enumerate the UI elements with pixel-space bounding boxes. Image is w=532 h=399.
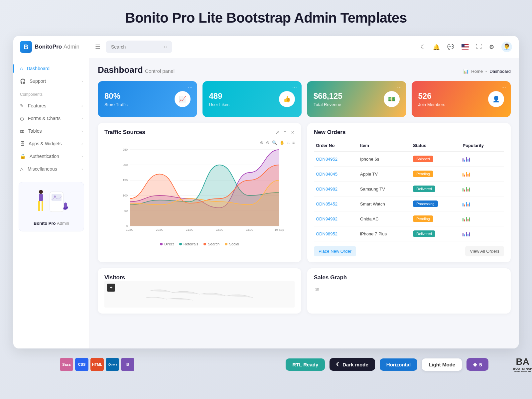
stat-card[interactable]: ⋯489User Likes👍: [202, 81, 302, 117]
order-link[interactable]: ODN84845: [316, 172, 337, 177]
panel-title: Visitors: [104, 274, 295, 281]
sparkline: [463, 186, 502, 192]
page-header: DashboardControl panel 📊 Home - Dashboar…: [98, 65, 511, 75]
home-icon: ⌂: [20, 66, 23, 71]
order-link[interactable]: ODN85452: [316, 201, 337, 206]
more-icon[interactable]: ⋯: [501, 85, 506, 90]
flag-icon[interactable]: [462, 44, 469, 50]
breadcrumb-current: Dashboard: [489, 69, 511, 74]
legend-item[interactable]: Direct: [160, 242, 174, 246]
sidebar-item-authentication[interactable]: 🔒Authentication›: [13, 150, 89, 163]
svg-rect-4: [39, 194, 43, 201]
status-badge: Pending: [413, 171, 433, 177]
table-row[interactable]: ODN85452Smart WatchProcessing: [314, 197, 504, 211]
zoom-out-icon[interactable]: ⊖: [266, 140, 269, 145]
chevron-right-icon: ›: [81, 142, 83, 146]
sidebar-item-tables[interactable]: ▦Tables›: [13, 125, 89, 137]
order-link[interactable]: ODN84982: [316, 187, 337, 192]
menu-icon[interactable]: ≡: [292, 140, 295, 145]
more-icon[interactable]: ⋯: [188, 85, 193, 90]
close-icon[interactable]: ✕: [291, 130, 295, 135]
legend-item[interactable]: Social: [225, 242, 239, 246]
logo-text: BonitoPro Admin: [35, 44, 79, 50]
fullscreen-icon[interactable]: ⛶: [476, 44, 482, 50]
promo-card[interactable]: Bonito Pro Admin: [19, 182, 84, 231]
settings-icon[interactable]: ⚙: [489, 44, 494, 51]
sidebar-item-dashboard[interactable]: ⌂Dashboard: [13, 62, 89, 75]
more-icon[interactable]: ⋯: [292, 85, 297, 90]
collapse-icon[interactable]: ⌃: [283, 130, 287, 135]
item-name: Onida AC: [358, 211, 411, 226]
chevron-right-icon: ›: [81, 167, 83, 171]
light-mode-badge[interactable]: Light Mode: [422, 358, 462, 371]
sidebar-item-apps-widgets[interactable]: 🗄Apps & Widgets›: [13, 137, 89, 150]
topbar: B BonitoPro Admin ☰ ○ ☾ 🔔 💬 ⛶ ⚙ 👨‍💼: [13, 36, 519, 58]
sidebar-item-forms-charts[interactable]: ◷Forms & Charts›: [13, 112, 89, 125]
item-name: Samsung TV: [358, 182, 411, 197]
table-row[interactable]: ODN84982Samsung TVDelivered: [314, 182, 504, 197]
table-row[interactable]: ODN98952iPhone 7 PlusDelivered: [314, 226, 504, 241]
svg-text:20:00: 20:00: [156, 228, 164, 231]
chart-toolbar: ⊕ ⊖ 🔍 ✋ ⌂ ≡: [104, 140, 295, 145]
legend-dot: [179, 243, 182, 245]
sidebar-item-features[interactable]: ✎Features›: [13, 99, 89, 112]
logo[interactable]: B BonitoPro Admin: [20, 41, 90, 53]
svg-text:150: 150: [123, 179, 128, 182]
legend-label: Search: [208, 242, 219, 246]
topbar-actions: ☾ 🔔 💬 ⛶ ⚙ 👨‍💼: [421, 42, 512, 52]
search-box[interactable]: ○: [106, 41, 172, 53]
pan-icon[interactable]: ✋: [280, 140, 285, 145]
stat-card[interactable]: ⋯80%Store Traffic📈: [98, 81, 197, 117]
rtl-badge[interactable]: RTL Ready: [286, 358, 325, 371]
table-row[interactable]: ODN94992Onida ACPending: [314, 211, 504, 226]
visitors-map[interactable]: +: [104, 281, 295, 308]
order-link[interactable]: ODN94992: [316, 216, 337, 221]
breadcrumb-home[interactable]: Home: [471, 69, 483, 74]
breadcrumb: 📊 Home - Dashboard: [463, 69, 511, 74]
moon-icon[interactable]: ☾: [421, 44, 426, 51]
legend-item[interactable]: Referrals: [179, 242, 199, 246]
status-badge: Delivered: [413, 230, 435, 237]
svg-rect-5: [38, 201, 40, 211]
moon-icon: ☾: [336, 361, 340, 367]
table-row[interactable]: ODN84952Iphone 6sShipped: [314, 152, 504, 167]
order-link[interactable]: ODN84952: [316, 157, 337, 162]
home-icon[interactable]: ⌂: [287, 140, 290, 145]
svg-text:50: 50: [124, 209, 128, 212]
stat-label: Join Members: [418, 102, 446, 107]
place-order-button[interactable]: Place New Order: [314, 246, 356, 256]
stat-card[interactable]: ⋯$68,125Total Revenue💵: [307, 81, 406, 117]
legend-item[interactable]: Search: [203, 242, 219, 246]
sidebar-item-miscellaneous[interactable]: △Miscellaneous›: [13, 163, 89, 175]
horizontal-badge[interactable]: Horizontal: [380, 358, 417, 371]
new-orders-panel: New Orders Order NoItemStatusPopularity …: [307, 123, 511, 262]
view-orders-button[interactable]: View All Orders: [465, 246, 504, 256]
warning-icon: △: [20, 166, 24, 172]
zoom-in-icon[interactable]: ⊕: [260, 140, 263, 145]
stat-label: User Likes: [209, 102, 229, 107]
bootstrap-version-badge[interactable]: ◆ 5: [466, 358, 488, 371]
magnify-icon[interactable]: 🔍: [272, 140, 277, 145]
menu-toggle-icon[interactable]: ☰: [95, 43, 100, 51]
more-icon[interactable]: ⋯: [397, 85, 402, 90]
search-input[interactable]: [111, 44, 160, 50]
stat-icon: 👍: [279, 91, 295, 107]
order-link[interactable]: ODN98952: [316, 231, 337, 236]
dashboard-icon: 📊: [463, 69, 468, 74]
column-header: Popularity: [461, 140, 504, 152]
svg-text:21:00: 21:00: [186, 228, 194, 231]
status-badge: Shipped: [413, 156, 433, 162]
status-badge: Processing: [413, 200, 438, 207]
dark-mode-badge[interactable]: ☾Dark mode: [330, 358, 375, 371]
legend-dot: [225, 243, 227, 245]
panel-title: Sales Graph: [314, 274, 504, 281]
expand-icon[interactable]: ⤢: [276, 130, 279, 135]
legend-dot: [203, 243, 206, 245]
sidebar-item-support[interactable]: 🎧Support›: [13, 75, 89, 87]
chat-icon[interactable]: 💬: [447, 44, 454, 51]
table-row[interactable]: ODN84845Apple TVPending: [314, 167, 504, 182]
avatar[interactable]: 👨‍💼: [501, 42, 512, 52]
stat-card[interactable]: ⋯526Join Members👤: [412, 81, 511, 117]
search-icon[interactable]: ○: [164, 44, 167, 50]
bell-icon[interactable]: 🔔: [433, 44, 440, 51]
